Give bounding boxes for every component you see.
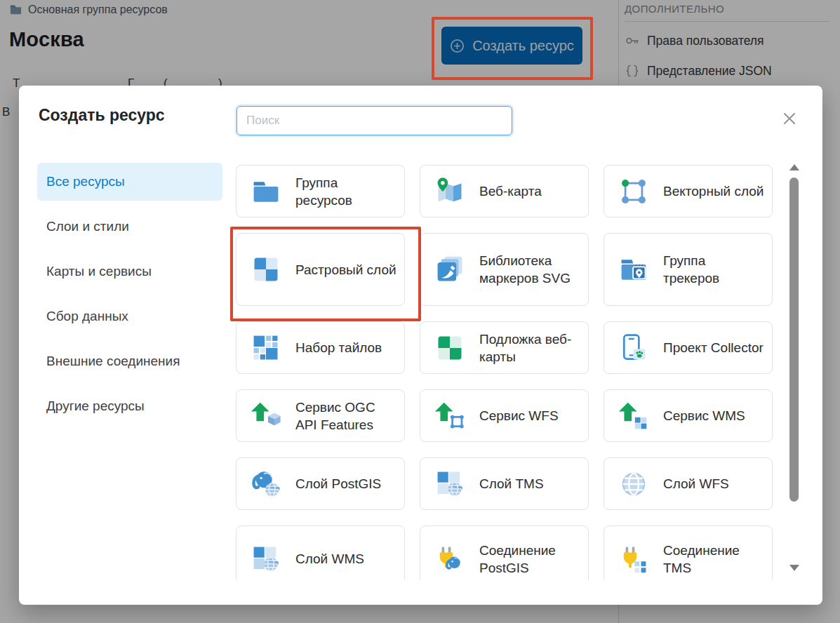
raster-layer-icon <box>251 254 281 285</box>
search-input[interactable] <box>236 106 512 135</box>
vector-layer-icon <box>618 176 649 207</box>
card-raster-layer[interactable]: Растровый слой <box>236 233 405 306</box>
resource-card-label: Группа трекеров <box>663 252 765 287</box>
resource-card-label: Подложка веб-карты <box>479 330 581 366</box>
collector-project-icon <box>618 333 649 363</box>
category-label: Все ресурсы <box>46 174 125 189</box>
close-button[interactable] <box>778 107 801 131</box>
category-item-3[interactable]: Карты и сервисы <box>37 253 222 290</box>
scroll-down-arrow[interactable] <box>789 565 799 571</box>
ogc-api-features-icon <box>251 401 281 431</box>
resource-group-icon <box>251 176 281 207</box>
resource-card-label: Библиотека маркеров SVG <box>479 252 581 287</box>
category-item-5[interactable]: Внешние соединения <box>37 342 222 380</box>
card-tms-layer[interactable]: Слой TMS <box>420 457 589 510</box>
card-resource-group[interactable]: Группа ресурсов <box>236 165 405 217</box>
resource-card-label: Слой PostGIS <box>295 475 381 493</box>
resource-card-label: Группа ресурсов <box>295 174 397 209</box>
card-wms-service[interactable]: Сервис WMS <box>604 389 773 442</box>
web-map-icon <box>434 176 465 207</box>
postgis-layer-icon <box>251 469 281 500</box>
wms-service-icon <box>618 401 649 431</box>
card-wms-layer[interactable]: Слой WMS <box>236 525 405 580</box>
card-postgis-layer[interactable]: Слой PostGIS <box>236 457 405 510</box>
scroll-up-arrow[interactable] <box>789 164 799 170</box>
card-ogc-api-features[interactable]: Сервис OGC API Features <box>236 389 405 442</box>
scroll-thumb[interactable] <box>789 177 799 502</box>
category-item-4[interactable]: Сбор данных <box>37 297 222 335</box>
tms-layer-icon <box>434 469 465 500</box>
resource-card-label: Слой WMS <box>295 550 364 568</box>
tracker-group-icon <box>618 254 649 285</box>
category-item-1[interactable]: Все ресурсы <box>37 163 222 201</box>
category-label: Внешние соединения <box>46 354 180 369</box>
category-label: Сбор данных <box>46 309 128 324</box>
resource-card-label: Векторный слой <box>663 182 764 200</box>
resource-card-label: Растровый слой <box>295 261 396 279</box>
card-tracker-group[interactable]: Группа трекеров <box>604 233 773 306</box>
dialog-title: Создать ресурс <box>39 106 165 125</box>
resource-card-label: Веб-карта <box>479 182 542 200</box>
wfs-service-icon <box>434 401 465 431</box>
category-label: Другие ресурсы <box>46 398 145 414</box>
card-svg-marker-library[interactable]: Библиотека маркеров SVG <box>420 233 589 306</box>
resource-card-label: Сервис WMS <box>663 407 745 424</box>
resource-card-label: Сервис OGC API Features <box>295 398 397 434</box>
card-basemap[interactable]: Подложка веб-карты <box>420 321 589 374</box>
card-wfs-layer[interactable]: Слой WFS <box>604 457 773 510</box>
postgis-connection-icon <box>434 544 465 575</box>
card-tileset[interactable]: Набор тайлов <box>236 321 405 374</box>
tms-connection-icon <box>618 544 649 575</box>
basemap-icon <box>434 333 465 363</box>
resource-grid-viewport: Группа ресурсов Веб-карта Векторный слой… <box>236 160 775 580</box>
scrollbar <box>788 161 801 572</box>
card-wfs-service[interactable]: Сервис WFS <box>420 389 589 442</box>
wfs-layer-icon <box>618 469 649 500</box>
svg-marker-library-icon <box>434 254 465 285</box>
resource-card-label: Слой WFS <box>663 475 729 493</box>
wms-layer-icon <box>251 544 281 575</box>
card-collector-project[interactable]: Проект Collector <box>604 321 773 374</box>
tileset-icon <box>251 333 281 363</box>
card-vector-layer[interactable]: Векторный слой <box>604 165 773 217</box>
category-list: Все ресурсыСлои и стилиКарты и сервисыСб… <box>37 163 222 432</box>
card-web-map[interactable]: Веб-карта <box>420 165 589 217</box>
resource-card-label: Слой TMS <box>479 475 544 493</box>
resource-card-label: Соединение PostGIS <box>479 542 581 577</box>
card-tms-connection[interactable]: Соединение TMS <box>604 525 773 580</box>
card-postgis-connection[interactable]: Соединение PostGIS <box>420 525 589 580</box>
category-item-2[interactable]: Слои и стили <box>37 208 222 246</box>
resource-card-label: Набор тайлов <box>295 339 382 356</box>
create-resource-dialog: Создать ресурс Все ресурсыСлои и стилиКа… <box>19 86 822 605</box>
resource-card-label: Проект Collector <box>663 339 764 356</box>
category-item-6[interactable]: Другие ресурсы <box>37 387 222 425</box>
resource-card-label: Соединение TMS <box>663 542 765 577</box>
category-label: Слои и стили <box>46 219 129 234</box>
close-icon <box>782 111 797 128</box>
category-label: Карты и сервисы <box>46 264 152 279</box>
resource-card-label: Сервис WFS <box>479 407 559 424</box>
